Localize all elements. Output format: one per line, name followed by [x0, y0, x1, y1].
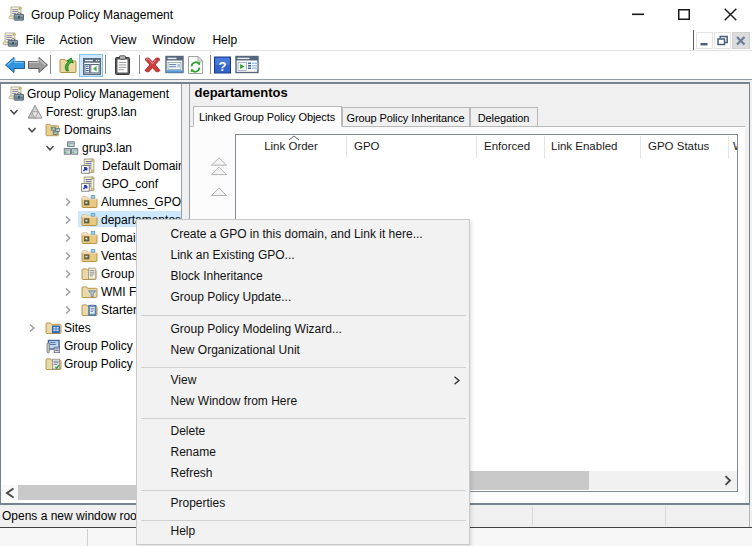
- svg-text:?: ?: [219, 59, 227, 74]
